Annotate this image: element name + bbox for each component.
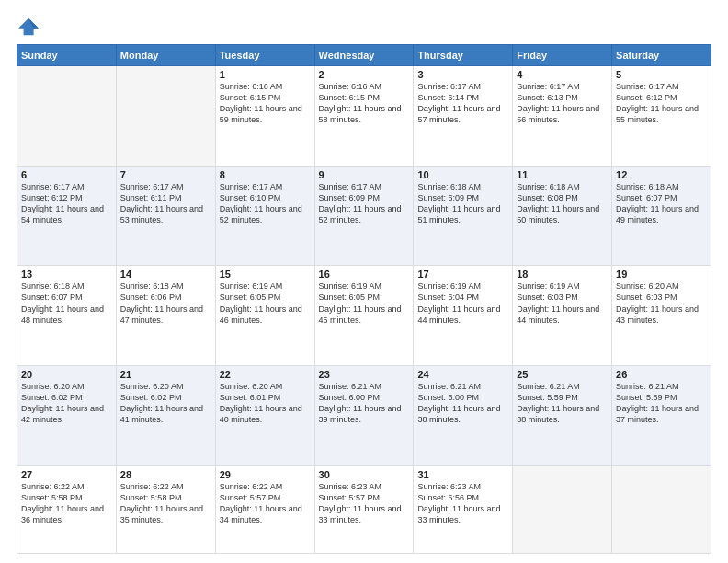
day-info: Sunrise: 6:18 AM Sunset: 6:07 PM Dayligh… <box>616 181 707 226</box>
day-info: Sunrise: 6:19 AM Sunset: 6:05 PM Dayligh… <box>220 281 311 326</box>
day-info: Sunrise: 6:20 AM Sunset: 6:02 PM Dayligh… <box>21 381 112 426</box>
day-info: Sunrise: 6:19 AM Sunset: 6:05 PM Dayligh… <box>319 281 410 326</box>
calendar-cell: 10Sunrise: 6:18 AM Sunset: 6:09 PM Dayli… <box>414 166 513 266</box>
day-number: 7 <box>120 169 211 180</box>
calendar-cell: 18Sunrise: 6:19 AM Sunset: 6:03 PM Dayli… <box>513 266 612 366</box>
day-number: 10 <box>417 169 508 180</box>
day-number: 13 <box>21 269 112 280</box>
calendar-week-4: 20Sunrise: 6:20 AM Sunset: 6:02 PM Dayli… <box>17 365 711 465</box>
day-info: Sunrise: 6:22 AM Sunset: 5:58 PM Dayligh… <box>120 481 211 526</box>
calendar-cell: 5Sunrise: 6:17 AM Sunset: 6:12 PM Daylig… <box>612 66 711 167</box>
day-number: 22 <box>220 369 311 380</box>
calendar-cell: 21Sunrise: 6:20 AM Sunset: 6:02 PM Dayli… <box>116 365 215 465</box>
day-info: Sunrise: 6:17 AM Sunset: 6:09 PM Dayligh… <box>319 181 410 226</box>
day-number: 1 <box>220 69 311 80</box>
calendar-cell: 8Sunrise: 6:17 AM Sunset: 6:10 PM Daylig… <box>215 166 314 266</box>
calendar-body: 1Sunrise: 6:16 AM Sunset: 6:15 PM Daylig… <box>17 66 711 554</box>
calendar-cell: 22Sunrise: 6:20 AM Sunset: 6:01 PM Dayli… <box>215 365 314 465</box>
day-info: Sunrise: 6:17 AM Sunset: 6:13 PM Dayligh… <box>517 81 608 126</box>
page: SundayMondayTuesdayWednesdayThursdayFrid… <box>0 0 728 563</box>
day-number: 11 <box>517 169 608 180</box>
day-info: Sunrise: 6:21 AM Sunset: 6:00 PM Dayligh… <box>417 381 508 426</box>
calendar-cell: 17Sunrise: 6:19 AM Sunset: 6:04 PM Dayli… <box>414 266 513 366</box>
logo <box>17 17 46 37</box>
calendar-cell: 30Sunrise: 6:23 AM Sunset: 5:57 PM Dayli… <box>314 465 414 554</box>
calendar-cell: 28Sunrise: 6:22 AM Sunset: 5:58 PM Dayli… <box>116 465 215 554</box>
calendar-cell: 31Sunrise: 6:23 AM Sunset: 5:56 PM Dayli… <box>414 465 513 554</box>
calendar-cell: 15Sunrise: 6:19 AM Sunset: 6:05 PM Dayli… <box>215 266 314 366</box>
calendar-cell: 14Sunrise: 6:18 AM Sunset: 6:06 PM Dayli… <box>116 266 215 366</box>
day-info: Sunrise: 6:22 AM Sunset: 5:57 PM Dayligh… <box>220 481 311 526</box>
day-number: 17 <box>417 269 508 280</box>
weekday-tuesday: Tuesday <box>215 45 314 66</box>
logo-icon <box>17 17 42 37</box>
weekday-monday: Monday <box>116 45 215 66</box>
calendar-week-5: 27Sunrise: 6:22 AM Sunset: 5:58 PM Dayli… <box>17 465 711 554</box>
calendar-cell: 24Sunrise: 6:21 AM Sunset: 6:00 PM Dayli… <box>414 365 513 465</box>
day-info: Sunrise: 6:16 AM Sunset: 6:15 PM Dayligh… <box>220 81 311 126</box>
day-info: Sunrise: 6:18 AM Sunset: 6:08 PM Dayligh… <box>517 181 608 226</box>
calendar-cell: 25Sunrise: 6:21 AM Sunset: 5:59 PM Dayli… <box>513 365 612 465</box>
calendar-cell <box>17 66 117 167</box>
day-number: 8 <box>220 169 311 180</box>
calendar-cell: 3Sunrise: 6:17 AM Sunset: 6:14 PM Daylig… <box>414 66 513 167</box>
day-info: Sunrise: 6:22 AM Sunset: 5:58 PM Dayligh… <box>21 481 112 526</box>
day-info: Sunrise: 6:23 AM Sunset: 5:56 PM Dayligh… <box>417 481 508 526</box>
day-number: 20 <box>21 369 112 380</box>
day-number: 5 <box>616 69 707 80</box>
calendar-cell: 26Sunrise: 6:21 AM Sunset: 5:59 PM Dayli… <box>612 365 711 465</box>
calendar-cell: 2Sunrise: 6:16 AM Sunset: 6:15 PM Daylig… <box>314 66 414 167</box>
day-info: Sunrise: 6:17 AM Sunset: 6:12 PM Dayligh… <box>21 181 112 226</box>
day-number: 21 <box>120 369 211 380</box>
calendar-cell: 6Sunrise: 6:17 AM Sunset: 6:12 PM Daylig… <box>17 166 117 266</box>
day-info: Sunrise: 6:20 AM Sunset: 6:03 PM Dayligh… <box>616 281 707 326</box>
calendar-cell: 7Sunrise: 6:17 AM Sunset: 6:11 PM Daylig… <box>116 166 215 266</box>
day-number: 27 <box>21 469 112 480</box>
day-number: 30 <box>319 469 410 480</box>
weekday-friday: Friday <box>513 45 612 66</box>
calendar-header: SundayMondayTuesdayWednesdayThursdayFrid… <box>17 45 711 66</box>
day-number: 31 <box>417 469 508 480</box>
day-info: Sunrise: 6:20 AM Sunset: 6:01 PM Dayligh… <box>220 381 311 426</box>
day-info: Sunrise: 6:17 AM Sunset: 6:14 PM Dayligh… <box>417 81 508 126</box>
calendar-cell: 9Sunrise: 6:17 AM Sunset: 6:09 PM Daylig… <box>314 166 414 266</box>
weekday-thursday: Thursday <box>414 45 513 66</box>
calendar-cell <box>612 465 711 554</box>
day-number: 12 <box>616 169 707 180</box>
day-info: Sunrise: 6:18 AM Sunset: 6:06 PM Dayligh… <box>120 281 211 326</box>
day-info: Sunrise: 6:19 AM Sunset: 6:03 PM Dayligh… <box>517 281 608 326</box>
calendar-cell: 13Sunrise: 6:18 AM Sunset: 6:07 PM Dayli… <box>17 266 117 366</box>
day-number: 3 <box>417 69 508 80</box>
weekday-saturday: Saturday <box>612 45 711 66</box>
day-number: 23 <box>319 369 410 380</box>
weekday-sunday: Sunday <box>17 45 117 66</box>
day-info: Sunrise: 6:21 AM Sunset: 5:59 PM Dayligh… <box>616 381 707 426</box>
day-number: 16 <box>319 269 410 280</box>
day-info: Sunrise: 6:18 AM Sunset: 6:07 PM Dayligh… <box>21 281 112 326</box>
day-info: Sunrise: 6:20 AM Sunset: 6:02 PM Dayligh… <box>120 381 211 426</box>
day-info: Sunrise: 6:21 AM Sunset: 6:00 PM Dayligh… <box>319 381 410 426</box>
day-info: Sunrise: 6:17 AM Sunset: 6:11 PM Dayligh… <box>120 181 211 226</box>
day-info: Sunrise: 6:21 AM Sunset: 5:59 PM Dayligh… <box>517 381 608 426</box>
calendar-cell: 19Sunrise: 6:20 AM Sunset: 6:03 PM Dayli… <box>612 266 711 366</box>
calendar-cell <box>116 66 215 167</box>
calendar-cell: 4Sunrise: 6:17 AM Sunset: 6:13 PM Daylig… <box>513 66 612 167</box>
day-number: 14 <box>120 269 211 280</box>
day-number: 29 <box>220 469 311 480</box>
calendar-cell: 11Sunrise: 6:18 AM Sunset: 6:08 PM Dayli… <box>513 166 612 266</box>
header <box>17 17 711 37</box>
day-info: Sunrise: 6:17 AM Sunset: 6:10 PM Dayligh… <box>220 181 311 226</box>
day-number: 28 <box>120 469 211 480</box>
calendar-table: SundayMondayTuesdayWednesdayThursdayFrid… <box>17 44 711 554</box>
calendar-week-1: 1Sunrise: 6:16 AM Sunset: 6:15 PM Daylig… <box>17 66 711 167</box>
day-number: 25 <box>517 369 608 380</box>
calendar-cell: 27Sunrise: 6:22 AM Sunset: 5:58 PM Dayli… <box>17 465 117 554</box>
day-info: Sunrise: 6:23 AM Sunset: 5:57 PM Dayligh… <box>319 481 410 526</box>
calendar-cell: 12Sunrise: 6:18 AM Sunset: 6:07 PM Dayli… <box>612 166 711 266</box>
day-number: 18 <box>517 269 608 280</box>
day-number: 2 <box>319 69 410 80</box>
calendar-week-2: 6Sunrise: 6:17 AM Sunset: 6:12 PM Daylig… <box>17 166 711 266</box>
weekday-wednesday: Wednesday <box>314 45 414 66</box>
day-number: 26 <box>616 369 707 380</box>
calendar-cell <box>513 465 612 554</box>
